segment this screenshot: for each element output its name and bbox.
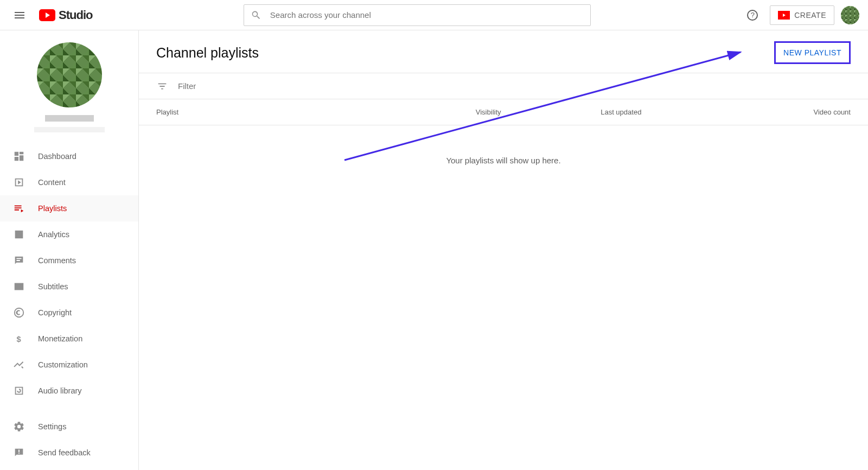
filter-input[interactable] bbox=[178, 81, 395, 91]
sidebar-item-label: Subtitles bbox=[38, 282, 68, 291]
sidebar-item-label: Comments bbox=[38, 256, 76, 265]
sidebar-item-label: Analytics bbox=[38, 230, 69, 239]
main-content: Channel playlists NEW PLAYLIST Playlist … bbox=[139, 30, 868, 470]
sidebar-item-playlists[interactable]: Playlists bbox=[0, 195, 138, 221]
hamburger-icon bbox=[15, 12, 24, 18]
gear-icon bbox=[13, 421, 25, 433]
channel-block[interactable] bbox=[0, 30, 138, 143]
subtitles-icon bbox=[13, 281, 25, 293]
sidebar-item-label: Send feedback bbox=[38, 448, 91, 457]
menu-button[interactable] bbox=[9, 4, 30, 26]
svg-text:$: $ bbox=[16, 335, 21, 344]
studio-label: Studio bbox=[59, 8, 92, 22]
page-title: Channel playlists bbox=[156, 45, 259, 61]
customization-icon bbox=[13, 359, 25, 371]
create-button[interactable]: CREATE bbox=[770, 5, 834, 25]
channel-desc-placeholder bbox=[34, 127, 105, 132]
header: Studio ? CREATE bbox=[0, 0, 868, 30]
playlist-icon bbox=[13, 202, 25, 214]
sidebar-item-analytics[interactable]: Analytics bbox=[0, 221, 138, 247]
column-visibility[interactable]: Visibility bbox=[476, 108, 601, 116]
sidebar-item-monetization[interactable]: $ Monetization bbox=[0, 326, 138, 352]
nav-bottom: Settings Send feedback bbox=[0, 414, 138, 470]
help-button[interactable]: ? bbox=[742, 4, 763, 26]
sidebar-item-label: Customization bbox=[38, 360, 88, 369]
comments-icon bbox=[13, 255, 25, 266]
dashboard-icon bbox=[13, 150, 25, 162]
column-video-count[interactable]: Video count bbox=[726, 108, 851, 116]
account-avatar[interactable] bbox=[841, 6, 859, 24]
search-container bbox=[101, 4, 733, 26]
feedback-icon bbox=[13, 447, 25, 459]
sidebar-item-comments[interactable]: Comments bbox=[0, 247, 138, 274]
header-right: ? CREATE bbox=[742, 4, 859, 26]
sidebar-item-label: Settings bbox=[38, 422, 66, 431]
channel-avatar bbox=[37, 42, 102, 107]
sidebar-item-audio-library[interactable]: Audio library bbox=[0, 378, 138, 404]
column-playlist[interactable]: Playlist bbox=[156, 108, 476, 116]
create-label: CREATE bbox=[794, 11, 826, 20]
sidebar-item-subtitles[interactable]: Subtitles bbox=[0, 274, 138, 300]
filter-bar bbox=[139, 73, 868, 99]
channel-name-placeholder bbox=[45, 115, 94, 122]
youtube-icon bbox=[39, 9, 55, 21]
sidebar: Dashboard Content Playlists Analytics Co bbox=[0, 30, 139, 470]
monetization-icon: $ bbox=[13, 333, 25, 345]
audio-library-icon bbox=[13, 385, 25, 397]
sidebar-item-dashboard[interactable]: Dashboard bbox=[0, 143, 138, 169]
search-icon bbox=[251, 10, 261, 21]
empty-state-message: Your playlists will show up here. bbox=[139, 125, 868, 165]
column-last-updated[interactable]: Last updated bbox=[601, 108, 725, 116]
create-video-icon bbox=[778, 11, 790, 20]
copyright-icon bbox=[13, 307, 25, 319]
table-header: Playlist Visibility Last updated Video c… bbox=[139, 99, 868, 125]
sidebar-item-label: Content bbox=[38, 178, 66, 187]
sidebar-item-label: Playlists bbox=[38, 204, 67, 213]
sidebar-item-send-feedback[interactable]: Send feedback bbox=[0, 440, 138, 466]
search-input[interactable] bbox=[270, 10, 584, 20]
analytics-icon bbox=[13, 228, 25, 240]
content-header: Channel playlists NEW PLAYLIST bbox=[139, 30, 868, 73]
sidebar-item-label: Audio library bbox=[38, 386, 82, 395]
nav-items: Dashboard Content Playlists Analytics Co bbox=[0, 143, 138, 414]
youtube-studio-logo[interactable]: Studio bbox=[39, 8, 92, 22]
sidebar-item-label: Monetization bbox=[38, 334, 82, 343]
sidebar-item-label: Dashboard bbox=[38, 152, 76, 161]
filter-icon bbox=[156, 80, 168, 92]
help-icon: ? bbox=[747, 10, 758, 21]
content-icon bbox=[13, 176, 25, 188]
sidebar-item-label: Copyright bbox=[38, 308, 72, 317]
sidebar-item-copyright[interactable]: Copyright bbox=[0, 300, 138, 326]
search-box[interactable] bbox=[244, 4, 591, 26]
sidebar-item-content[interactable]: Content bbox=[0, 169, 138, 195]
sidebar-item-customization[interactable]: Customization bbox=[0, 352, 138, 378]
new-playlist-button[interactable]: NEW PLAYLIST bbox=[774, 41, 851, 64]
sidebar-item-settings[interactable]: Settings bbox=[0, 414, 138, 440]
